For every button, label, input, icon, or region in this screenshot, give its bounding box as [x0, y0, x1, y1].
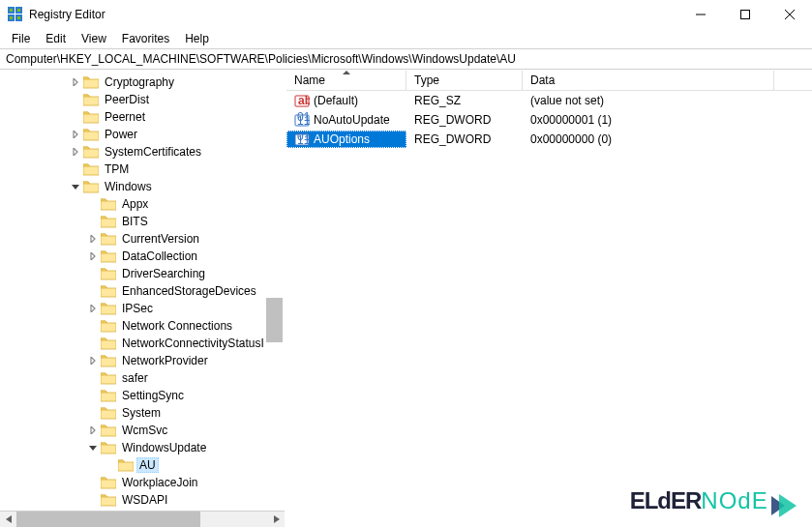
tree-item-safer[interactable]: safer [0, 369, 283, 387]
tree-item-label: Network Connections [119, 318, 235, 334]
svg-marker-21 [89, 446, 97, 451]
tree-item-label: Power [102, 127, 140, 142]
svg-marker-13 [74, 131, 77, 138]
tree-item-tpm[interactable]: TPM [0, 161, 283, 178]
folder-icon [101, 406, 116, 420]
menu-favorites[interactable]: Favorites [114, 30, 177, 47]
folder-icon [101, 302, 116, 315]
expander-placeholder [87, 285, 99, 297]
value-row-auoptions[interactable]: 011110AUOptionsREG_DWORD0x00000000 (0) [286, 130, 812, 149]
tree-item-windows[interactable]: Windows [0, 178, 283, 195]
tree-item-label: DriverSearching [119, 266, 208, 281]
tree-item-appx[interactable]: Appx [0, 195, 283, 213]
tree-item-wsdapi[interactable]: WSDAPI [0, 491, 283, 509]
menu-help[interactable]: Help [177, 30, 217, 47]
tree-item-ipsec[interactable]: IPSec [0, 300, 283, 317]
folder-icon [101, 441, 116, 454]
address-bar[interactable]: Computer\HKEY_LOCAL_MACHINE\SOFTWARE\Pol… [0, 48, 812, 70]
expander-placeholder [87, 216, 99, 227]
horizontal-scrollbar[interactable] [0, 511, 285, 527]
chevron-right-icon[interactable] [87, 303, 99, 314]
tree-item-network-connections[interactable]: Network Connections [0, 317, 283, 335]
reg-binary-icon: 011110 [294, 112, 310, 128]
tree-item-label: WSDAPI [119, 492, 170, 508]
tree-item-label: Windows [102, 179, 155, 194]
tree-item-enhancedstoragedevices[interactable]: EnhancedStorageDevices [0, 282, 283, 300]
tree-item-label: safer [119, 370, 151, 386]
tree-item-label: System [119, 405, 164, 421]
folder-icon [83, 75, 99, 89]
svg-marker-18 [91, 305, 95, 312]
tree-item-windowsupdate[interactable]: WindowsUpdate [0, 439, 283, 456]
close-button[interactable] [767, 0, 812, 29]
tree-item-settingsync[interactable]: SettingSync [0, 387, 283, 404]
tree-item-au[interactable]: AU [0, 456, 283, 474]
chevron-right-icon[interactable] [87, 355, 99, 366]
tree-item-label: WorkplaceJoin [119, 475, 200, 490]
expander-placeholder [87, 477, 99, 488]
expander-placeholder [87, 372, 99, 384]
chevron-right-icon[interactable] [70, 129, 81, 140]
chevron-right-icon[interactable] [70, 76, 81, 88]
column-header-data[interactable]: Data [523, 71, 774, 90]
folder-icon [101, 337, 116, 350]
chevron-right-icon[interactable] [70, 146, 81, 158]
tree-item-label: PeerDist [102, 92, 152, 107]
tree-item-cryptography[interactable]: Cryptography [0, 73, 283, 91]
folder-icon [101, 232, 116, 246]
folder-icon [101, 249, 116, 263]
value-data: 0x00000000 (0) [523, 132, 774, 147]
minimize-button[interactable] [678, 0, 723, 29]
scroll-left-icon[interactable] [0, 512, 16, 528]
tree-item-wcmsvc[interactable]: WcmSvc [0, 422, 283, 439]
tree-item-label: AU [136, 457, 159, 473]
folder-icon [101, 493, 116, 507]
chevron-right-icon[interactable] [87, 233, 99, 245]
menu-file[interactable]: File [4, 30, 38, 47]
tree-item-datacollection[interactable]: DataCollection [0, 248, 283, 265]
svg-rect-6 [10, 16, 13, 19]
regedit-icon [8, 7, 23, 22]
tree-item-label: TPM [102, 161, 132, 177]
value-row-default[interactable]: ab(Default)REG_SZ(value not set) [286, 91, 812, 110]
tree-item-power[interactable]: Power [0, 126, 283, 143]
menu-edit[interactable]: Edit [38, 30, 74, 47]
chevron-right-icon[interactable] [87, 425, 99, 436]
menu-view[interactable]: View [74, 30, 114, 47]
horizontal-scrollbar-thumb[interactable] [16, 512, 200, 528]
tree-item-system[interactable]: System [0, 404, 283, 422]
value-name: NoAutoUpdate [314, 113, 390, 127]
tree-item-networkconnectivitystatusi[interactable]: NetworkConnectivityStatusI [0, 335, 283, 352]
svg-rect-9 [741, 11, 750, 19]
expander-placeholder [87, 198, 99, 210]
folder-icon [83, 180, 99, 193]
tree-item-peerdist[interactable]: PeerDist [0, 91, 283, 108]
tree-item-bits[interactable]: BITS [0, 213, 283, 230]
folder-icon [101, 424, 116, 437]
chevron-down-icon[interactable] [70, 181, 81, 192]
column-header-type[interactable]: Type [406, 71, 523, 90]
expander-placeholder [87, 390, 99, 401]
tree-item-currentversion[interactable]: CurrentVersion [0, 230, 283, 248]
tree-item-systemcertificates[interactable]: SystemCertificates [0, 143, 283, 161]
tree-item-label: EnhancedStorageDevices [119, 283, 259, 299]
chevron-down-icon[interactable] [87, 442, 99, 454]
column-header-name[interactable]: Name [286, 71, 406, 90]
tree-item-networkprovider[interactable]: NetworkProvider [0, 352, 283, 369]
tree-item-label: IPSec [119, 301, 156, 316]
svg-rect-5 [17, 9, 20, 12]
tree-item-workplacejoin[interactable]: WorkplaceJoin [0, 474, 283, 491]
chevron-right-icon[interactable] [87, 250, 99, 262]
expander-placeholder [70, 163, 81, 175]
tree-item-label: BITS [119, 214, 151, 229]
vertical-scrollbar-thumb[interactable] [266, 298, 283, 342]
tree-item-peernet[interactable]: Peernet [0, 108, 283, 126]
scroll-right-icon[interactable] [268, 512, 285, 528]
maximize-button[interactable] [723, 0, 767, 29]
values-header: NameTypeData [286, 70, 812, 91]
value-row-noautoupdate[interactable]: 011110NoAutoUpdateREG_DWORD0x00000001 (1… [286, 110, 812, 130]
svg-rect-4 [10, 9, 13, 12]
tree-item-driversearching[interactable]: DriverSearching [0, 265, 283, 282]
svg-marker-17 [91, 252, 95, 260]
reg-string-icon: ab [294, 93, 310, 108]
